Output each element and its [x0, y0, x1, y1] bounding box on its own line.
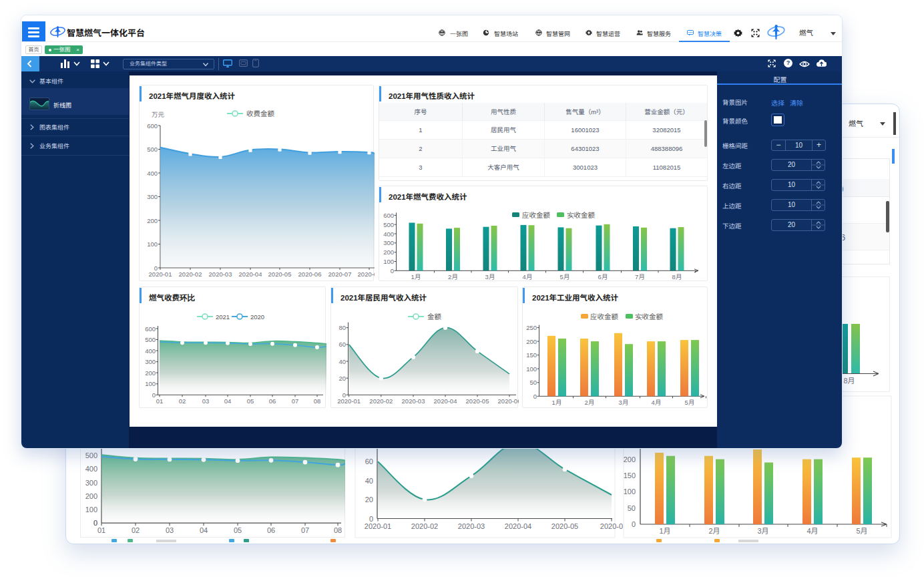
svg-text:03: 03: [166, 526, 174, 534]
svg-text:300: 300: [147, 193, 158, 200]
svg-text:实收金额: 实收金额: [567, 210, 595, 220]
svg-text:40: 40: [365, 477, 373, 485]
svg-text:150: 150: [624, 471, 636, 479]
svg-text:2020-05: 2020-05: [551, 522, 578, 530]
svg-text:2020-03: 2020-03: [209, 270, 232, 278]
svg-text:600: 600: [145, 325, 156, 333]
svg-text:04: 04: [200, 526, 208, 534]
svg-text:01: 01: [97, 526, 105, 534]
svg-text:2020-0: 2020-0: [600, 522, 623, 530]
svg-text:1月: 1月: [552, 399, 562, 406]
svg-text:07: 07: [292, 397, 299, 405]
svg-text:100: 100: [383, 258, 394, 265]
svg-text:03: 03: [202, 397, 210, 405]
svg-text:06: 06: [267, 526, 275, 534]
svg-text:300: 300: [383, 239, 394, 246]
svg-text:600: 600: [383, 212, 394, 219]
svg-text:金额: 金额: [427, 311, 441, 321]
svg-text:08: 08: [314, 397, 321, 405]
svg-text:0: 0: [632, 520, 636, 528]
svg-text:2021: 2021: [216, 313, 230, 321]
svg-text:2020-04: 2020-04: [505, 522, 531, 530]
svg-text:7月: 7月: [635, 273, 645, 280]
svg-text:60: 60: [365, 457, 373, 465]
svg-text:2020-01: 2020-01: [365, 522, 391, 530]
svg-text:02: 02: [179, 397, 186, 405]
svg-text:2020-03: 2020-03: [458, 522, 485, 530]
svg-text:300: 300: [145, 358, 156, 365]
svg-text:8月: 8月: [672, 273, 682, 280]
svg-text:应收金额: 应收金额: [522, 210, 550, 220]
svg-text:3月: 3月: [619, 399, 629, 406]
svg-text:07: 07: [301, 526, 309, 534]
svg-text:2020-02: 2020-02: [179, 270, 202, 278]
svg-text:3月: 3月: [757, 527, 768, 535]
svg-text:200: 200: [147, 217, 158, 224]
svg-text:3月: 3月: [485, 273, 495, 280]
svg-text:2月: 2月: [448, 273, 458, 280]
svg-text:100: 100: [526, 365, 537, 373]
svg-text:600: 600: [147, 122, 158, 130]
svg-text:200: 200: [85, 492, 97, 500]
svg-text:2020-06: 2020-06: [298, 270, 322, 278]
svg-text:2020-04: 2020-04: [434, 397, 457, 405]
svg-text:应收金额: 应收金额: [590, 311, 618, 321]
svg-text:2020-02: 2020-02: [369, 397, 393, 405]
svg-text:50: 50: [529, 379, 537, 386]
svg-text:200: 200: [145, 369, 156, 377]
svg-text:2月: 2月: [585, 399, 595, 406]
svg-text:5月: 5月: [560, 273, 570, 280]
svg-text:300: 300: [85, 479, 97, 487]
svg-text:500: 500: [85, 451, 97, 459]
svg-text:200: 200: [624, 455, 636, 463]
svg-text:60: 60: [338, 341, 346, 348]
svg-text:50: 50: [628, 504, 636, 512]
svg-text:2020-05: 2020-05: [466, 397, 489, 405]
svg-text:150: 150: [526, 351, 537, 359]
svg-text:200: 200: [526, 338, 537, 345]
svg-text:100: 100: [147, 240, 158, 248]
svg-text:4月: 4月: [523, 273, 533, 280]
svg-text:2020-01: 2020-01: [149, 270, 172, 278]
svg-text:80: 80: [338, 324, 346, 331]
svg-text:1月: 1月: [411, 273, 421, 280]
svg-text:400: 400: [147, 170, 158, 177]
svg-text:01: 01: [156, 397, 164, 405]
svg-text:100: 100: [145, 380, 156, 387]
svg-text:2020-08: 2020-08: [358, 270, 375, 278]
svg-text:2020-07: 2020-07: [328, 270, 352, 278]
svg-text:200: 200: [383, 248, 394, 256]
svg-text:05: 05: [234, 526, 242, 534]
svg-text:2020-01: 2020-01: [337, 397, 361, 405]
svg-text:2020-04: 2020-04: [239, 270, 262, 278]
svg-text:4月: 4月: [806, 527, 818, 535]
svg-text:2020-03: 2020-03: [402, 397, 425, 405]
svg-text:实收金额: 实收金额: [635, 311, 663, 321]
svg-text:100: 100: [85, 506, 97, 514]
svg-text:100: 100: [624, 488, 636, 496]
svg-text:6月: 6月: [598, 273, 608, 280]
svg-text:2月: 2月: [708, 527, 720, 535]
svg-text:500: 500: [145, 336, 156, 343]
svg-text:2020: 2020: [250, 313, 264, 321]
svg-text:2020-02: 2020-02: [411, 522, 438, 530]
svg-text:40: 40: [338, 358, 346, 365]
svg-text:5月: 5月: [856, 527, 867, 535]
svg-text:500: 500: [383, 221, 394, 228]
svg-text:400: 400: [85, 465, 97, 473]
svg-text:1月: 1月: [659, 527, 670, 535]
svg-text:400: 400: [145, 347, 156, 355]
svg-text:0: 0: [369, 515, 373, 523]
svg-text:5月: 5月: [685, 399, 695, 406]
svg-text:万元: 万元: [152, 110, 165, 119]
svg-text:06: 06: [269, 397, 276, 405]
svg-text:400: 400: [383, 230, 394, 238]
svg-text:02: 02: [132, 526, 140, 534]
svg-text:08: 08: [334, 526, 342, 534]
svg-text:05: 05: [247, 397, 254, 405]
svg-text:500: 500: [147, 146, 158, 153]
svg-text:2020-06: 2020-06: [498, 397, 519, 405]
svg-text:0: 0: [391, 267, 394, 274]
svg-text:20: 20: [338, 375, 346, 382]
svg-text:2020-05: 2020-05: [268, 270, 292, 278]
